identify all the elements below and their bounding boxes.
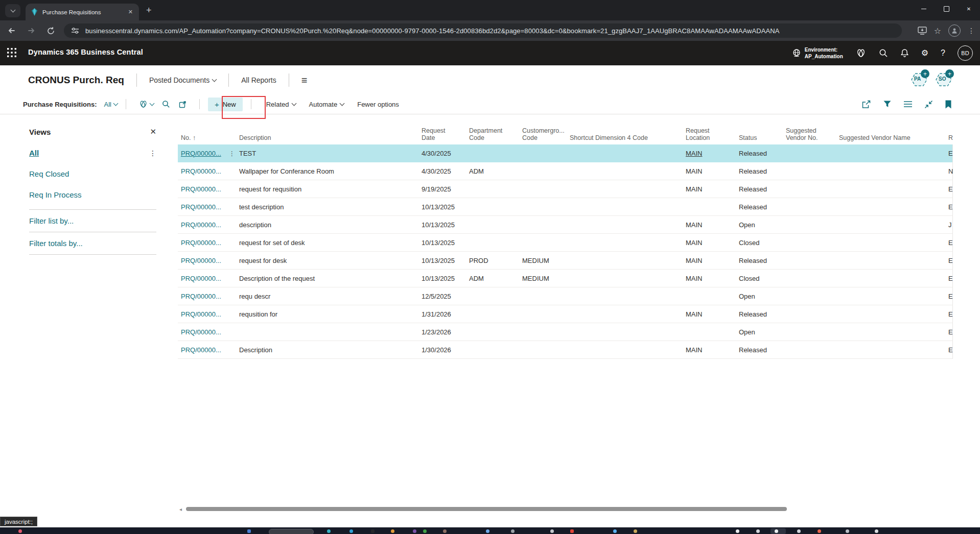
cell-status[interactable]: Released bbox=[739, 150, 786, 157]
choose-columns-icon[interactable] bbox=[903, 101, 913, 108]
table-row[interactable]: PRQ/00000... ⋮ requsition for 1/31/2026 … bbox=[178, 305, 952, 323]
taskbar-icon[interactable] bbox=[349, 529, 353, 533]
table-row[interactable]: PRQ/00000... ⋮ 1/23/2026 Open E bbox=[178, 323, 952, 341]
cell-status[interactable]: Open bbox=[739, 293, 786, 300]
taskbar-icon[interactable] bbox=[570, 529, 574, 533]
copilot-menu-button[interactable] bbox=[138, 100, 154, 108]
cell-request-date[interactable]: 10/13/2025 bbox=[422, 239, 469, 247]
col-status[interactable]: Status bbox=[739, 134, 786, 142]
table-row[interactable]: PRQ/00000... ⋮ requ descr 12/5/2025 Open… bbox=[178, 287, 952, 305]
taskbar-icon[interactable] bbox=[18, 529, 22, 533]
back-button[interactable] bbox=[6, 25, 17, 36]
bookmark-star-icon[interactable]: ☆ bbox=[934, 26, 941, 36]
cell-description[interactable]: Wallpaper for Conferance Room bbox=[239, 167, 422, 175]
cell-description[interactable]: requ descr bbox=[239, 293, 422, 300]
automate-menu[interactable]: Automate bbox=[309, 101, 344, 108]
cell-request-location[interactable]: MAIN bbox=[686, 346, 739, 354]
view-item-all[interactable]: All ⋮ bbox=[29, 149, 156, 157]
taskbar-search-box[interactable] bbox=[269, 529, 314, 534]
row-menu-icon[interactable]: ⋮ bbox=[229, 150, 235, 157]
taskbar-icon[interactable] bbox=[423, 529, 427, 533]
browser-tab[interactable]: Purchase Requisitions ✕ bbox=[26, 4, 139, 20]
table-row[interactable]: PRQ/00000... ⋮ test description 10/13/20… bbox=[178, 198, 952, 216]
cell-description[interactable]: request for requsition bbox=[239, 185, 422, 193]
filter-totals-by-link[interactable]: Filter totals by... bbox=[29, 232, 156, 248]
cell-description[interactable]: TEST bbox=[239, 150, 422, 157]
cell-request-date[interactable]: 10/13/2025 bbox=[422, 257, 469, 264]
taskbar-icon[interactable] bbox=[736, 529, 739, 533]
new-button[interactable]: + New bbox=[208, 98, 243, 111]
search-icon[interactable] bbox=[879, 48, 888, 58]
cell-status[interactable]: Released bbox=[739, 167, 786, 175]
cell-description[interactable]: test description bbox=[239, 203, 422, 211]
cell-description[interactable]: Description bbox=[239, 346, 422, 354]
settings-gear-icon[interactable]: ⚙ bbox=[921, 49, 928, 57]
col-department-code[interactable]: Department Code bbox=[469, 127, 522, 142]
refresh-button[interactable] bbox=[45, 25, 56, 36]
cell-department-code[interactable]: PROD bbox=[469, 257, 522, 264]
taskbar-icon[interactable] bbox=[413, 529, 416, 533]
search-list-button[interactable] bbox=[162, 100, 170, 108]
taskbar[interactable] bbox=[0, 527, 980, 534]
table-row[interactable]: PRQ/00000... ⋮ request for requsition 9/… bbox=[178, 180, 952, 198]
cell-description[interactable]: request for set of desk bbox=[239, 239, 422, 247]
add-icon[interactable]: + bbox=[945, 69, 954, 78]
requisition-no-link[interactable]: PRQ/00000... bbox=[181, 257, 221, 264]
site-settings-icon[interactable] bbox=[71, 27, 79, 34]
cell-status[interactable]: Released bbox=[739, 346, 786, 354]
cell-request-date[interactable]: 10/13/2025 bbox=[422, 275, 469, 282]
company-title[interactable]: CRONUS Purch. Req bbox=[28, 75, 124, 86]
tab-search-button[interactable] bbox=[5, 4, 20, 17]
cell-request-location[interactable]: MAIN bbox=[686, 257, 739, 264]
cell-request-location[interactable]: MAIN bbox=[686, 167, 739, 175]
col-suggested-vendor-no[interactable]: Suggested Vendor No. bbox=[786, 127, 839, 142]
cell-customergroup-code[interactable]: MEDIUM bbox=[522, 275, 570, 282]
table-row[interactable]: PRQ/00000... ⋮ Description 1/30/2026 MAI… bbox=[178, 341, 952, 359]
taskbar-icon[interactable] bbox=[818, 529, 821, 533]
help-icon[interactable]: ? bbox=[941, 48, 945, 58]
cell-status[interactable]: Released bbox=[739, 310, 786, 318]
app-title[interactable]: Dynamics 365 Business Central bbox=[28, 48, 143, 56]
address-bar[interactable]: businesscentral.dynamics.com/AP_Automati… bbox=[64, 23, 902, 38]
cell-request-date[interactable]: 10/13/2025 bbox=[422, 203, 469, 211]
cell-status[interactable]: Released bbox=[739, 203, 786, 211]
table-row[interactable]: PRQ/00000... ⋮ request for desk 10/13/20… bbox=[178, 252, 952, 270]
requisition-no-link[interactable]: PRQ/00000... bbox=[181, 185, 221, 193]
requisition-no-link[interactable]: PRQ/00000... bbox=[181, 275, 221, 282]
table-row[interactable]: PRQ/00000... ⋮ TEST 4/30/2025 MAIN Relea… bbox=[178, 144, 952, 162]
cell-request-date[interactable]: 1/31/2026 bbox=[422, 310, 469, 318]
col-description[interactable]: Description bbox=[239, 134, 422, 142]
taskbar-icon[interactable] bbox=[371, 529, 375, 533]
requisition-no-link[interactable]: PRQ/00000... bbox=[181, 310, 221, 318]
taskbar-active-app[interactable] bbox=[771, 528, 786, 534]
analyze-button[interactable] bbox=[178, 100, 187, 109]
taskbar-icon[interactable] bbox=[846, 529, 849, 533]
cell-status[interactable]: Closed bbox=[739, 239, 786, 247]
user-badge-pa[interactable]: PA + bbox=[909, 72, 929, 87]
cell-status[interactable]: Released bbox=[739, 257, 786, 264]
tab-close-icon[interactable]: ✕ bbox=[127, 8, 134, 16]
cell-description[interactable]: requsition for bbox=[239, 310, 422, 318]
taskbar-icon[interactable] bbox=[486, 529, 489, 533]
cell-request-location[interactable]: MAIN bbox=[686, 310, 739, 318]
cell-status[interactable]: Open bbox=[739, 221, 786, 229]
requisition-no-link[interactable]: PRQ/00000... bbox=[181, 293, 221, 300]
bookmark-icon[interactable] bbox=[945, 100, 952, 109]
install-app-icon[interactable] bbox=[918, 27, 927, 35]
requisition-no-link[interactable]: PRQ/00000... bbox=[181, 328, 221, 336]
nav-all-reports[interactable]: All Reports bbox=[241, 76, 276, 84]
cell-department-code[interactable]: ADM bbox=[469, 167, 522, 175]
cell-request-location[interactable]: MAIN bbox=[686, 275, 739, 282]
cell-description[interactable]: request for desk bbox=[239, 257, 422, 264]
browser-menu-icon[interactable]: ⋮ bbox=[968, 27, 975, 35]
col-shortcut-dimension-4[interactable]: Shortcut Dimension 4 Code bbox=[570, 134, 686, 142]
window-close-button[interactable]: ✕ bbox=[958, 0, 980, 17]
cell-request-date[interactable]: 1/23/2026 bbox=[422, 328, 469, 336]
taskbar-icon[interactable] bbox=[797, 529, 801, 533]
cell-request-date[interactable]: 9/19/2025 bbox=[422, 185, 469, 193]
cell-description[interactable]: description bbox=[239, 221, 422, 229]
copilot-icon[interactable] bbox=[855, 48, 867, 58]
app-launcher-icon[interactable] bbox=[7, 47, 17, 58]
taskbar-icon[interactable] bbox=[550, 529, 554, 533]
taskbar-icon[interactable] bbox=[613, 529, 617, 533]
